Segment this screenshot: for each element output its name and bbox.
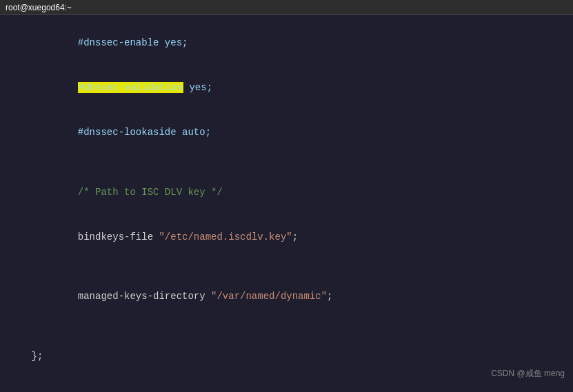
- watermark: CSDN @咸鱼 meng: [491, 368, 565, 380]
- code-line-blank: [8, 320, 565, 335]
- code-line: #dnssec-lookaside auto;: [8, 110, 565, 155]
- code-line: #dnssec-enable yes;: [8, 21, 565, 65]
- code-line: managed-keys-directory "/var/named/dynam…: [8, 275, 565, 320]
- code-line-blank: [8, 260, 565, 275]
- title-bar-text: root@xuegod64:~: [6, 3, 72, 12]
- code-line-blank: [8, 155, 565, 170]
- code-line: bindkeys-file "/etc/named.iscdlv.key";: [8, 215, 565, 260]
- title-bar: root@xuegod64:~: [0, 0, 573, 15]
- code-line: /* Path to ISC DLV key */: [8, 170, 565, 215]
- code-line-blank: [8, 380, 565, 393]
- code-line-highlighted: #dnssec-validation yes;: [8, 65, 565, 110]
- code-area: #dnssec-enable yes; #dnssec-validation y…: [0, 15, 573, 392]
- code-line: };: [8, 334, 565, 379]
